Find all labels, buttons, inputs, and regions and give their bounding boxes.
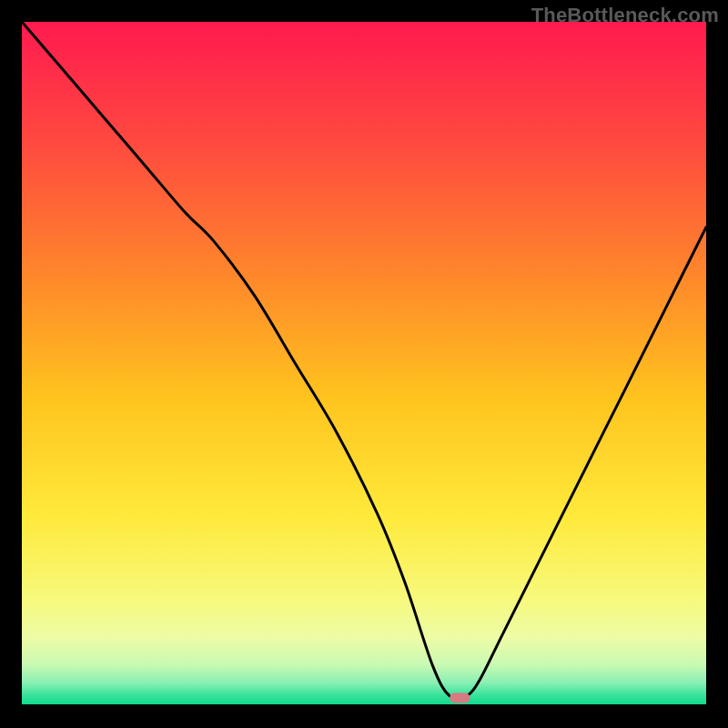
- plot-area: [22, 22, 706, 706]
- chart-frame: TheBottleneck.com: [0, 0, 728, 728]
- optimal-point-marker: [450, 693, 470, 703]
- bottleneck-chart: [22, 22, 706, 706]
- heat-gradient-background: [22, 22, 706, 706]
- watermark-text: TheBottleneck.com: [531, 4, 719, 27]
